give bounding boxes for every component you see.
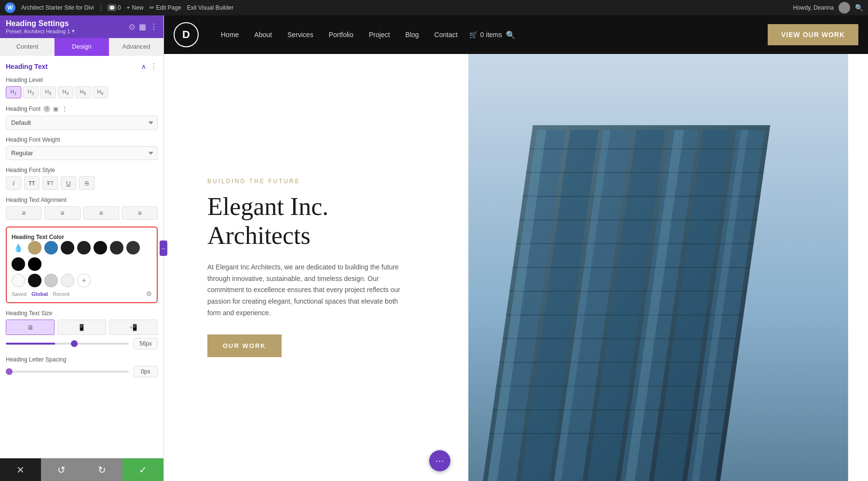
- color-swatch-dark7[interactable]: [28, 274, 41, 287]
- preset-chevron-icon: ▾: [72, 28, 75, 34]
- heading-size-value[interactable]: 56px: [134, 338, 158, 349]
- new-link[interactable]: + New: [127, 4, 144, 11]
- panel-preset[interactable]: Preset: Architect Heading 1 ▾: [6, 28, 75, 34]
- admin-bar-right: Howdy, Deanna 🔍: [793, 2, 864, 13]
- nav-link-about[interactable]: About: [246, 31, 280, 39]
- panel-title: Heading Settings: [6, 19, 75, 28]
- exit-builder-label: Exit Visual Builder: [187, 4, 234, 11]
- exit-builder-link[interactable]: Exit Visual Builder: [187, 4, 234, 11]
- edit-page-link[interactable]: ✏ Edit Page: [149, 4, 181, 11]
- color-swatch-verylight[interactable]: [61, 274, 74, 287]
- search-toggle-icon[interactable]: ⊙: [129, 22, 135, 31]
- nav-link-contact[interactable]: Contact: [427, 31, 465, 39]
- site-cta-button[interactable]: VIEW OUR WORK: [768, 24, 858, 45]
- font-style-strikethrough[interactable]: T̶T: [42, 176, 58, 190]
- wp-logo-icon[interactable]: W: [5, 2, 15, 13]
- user-avatar[interactable]: [839, 2, 850, 13]
- size-tablet-btn[interactable]: 📱: [57, 320, 106, 335]
- heading-level-h2[interactable]: H2: [23, 86, 39, 98]
- heading-letter-spacing-group: Heading Letter Spacing 0px: [6, 356, 158, 377]
- color-swatch-dark4[interactable]: [110, 241, 123, 254]
- save-button[interactable]: ✓: [122, 458, 163, 481]
- add-color-btn[interactable]: +: [77, 274, 91, 287]
- color-swatch-tan[interactable]: [28, 241, 41, 254]
- heading-font-device-icon[interactable]: ▣: [53, 106, 58, 112]
- nav-link-portfolio[interactable]: Portfolio: [321, 31, 361, 39]
- color-tab-global[interactable]: Global: [31, 291, 48, 297]
- color-swatch-dark5[interactable]: [126, 241, 140, 254]
- color-swatch-white[interactable]: [12, 274, 25, 287]
- search-icon[interactable]: 🔍: [855, 4, 863, 12]
- panel-tabs: Content Design Advanced: [0, 38, 163, 56]
- color-tab-saved[interactable]: Saved: [12, 291, 27, 297]
- size-desktop-btn[interactable]: 🖥: [6, 320, 54, 335]
- font-style-italic[interactable]: I: [6, 176, 21, 190]
- color-swatch-black[interactable]: [28, 257, 41, 271]
- heading-level-h6[interactable]: H6: [93, 86, 108, 98]
- heading-font-options-icon[interactable]: ⋮: [61, 105, 68, 113]
- heading-level-h5[interactable]: H5: [75, 86, 91, 98]
- nav-link-services[interactable]: Services: [280, 31, 321, 39]
- color-swatch-dark2[interactable]: [77, 241, 91, 254]
- section-title: Heading Text: [6, 63, 48, 70]
- undo-button[interactable]: ↺: [41, 458, 82, 481]
- site-name-link[interactable]: Architect Starter Site for Divi: [21, 4, 94, 11]
- section-options-icon[interactable]: ⋮: [150, 62, 158, 71]
- site-search-icon[interactable]: 🔍: [506, 30, 515, 40]
- heading-text-color-label: Heading Text Color: [12, 234, 64, 240]
- color-swatch-dark6[interactable]: [12, 257, 25, 271]
- font-style-tt[interactable]: TT: [24, 176, 40, 190]
- color-settings-icon[interactable]: ⚙: [146, 290, 152, 297]
- letter-spacing-slider[interactable]: [6, 371, 129, 373]
- align-justify-btn[interactable]: ≡: [122, 206, 158, 220]
- font-style-strikethrough2[interactable]: S: [79, 176, 95, 190]
- cart-icon-area[interactable]: 🛒 0 items: [469, 31, 502, 39]
- color-swatch-dark1[interactable]: [61, 241, 74, 254]
- layout-icon[interactable]: ▦: [139, 22, 146, 31]
- panel-header-icons: ⊙ ▦ ⋮: [129, 22, 158, 31]
- heading-font-help-icon[interactable]: ?: [43, 106, 50, 112]
- heading-level-h4[interactable]: H4: [58, 86, 73, 98]
- hero-title: Elegant Inc. Architects: [207, 192, 424, 250]
- heading-size-slider[interactable]: [6, 343, 129, 345]
- color-tabs-row: Saved Global Recent ⚙: [12, 290, 152, 297]
- pencil-icon: ✏: [149, 4, 154, 11]
- color-swatch-lightgray[interactable]: [44, 274, 58, 287]
- align-right-btn[interactable]: ≡: [83, 206, 119, 220]
- cancel-button[interactable]: ✕: [0, 458, 41, 481]
- preset-label: Preset: Architect Heading 1: [6, 28, 70, 34]
- color-tab-recent[interactable]: Recent: [53, 291, 69, 297]
- section-header: Heading Text ∧ ⋮: [6, 62, 158, 71]
- site-logo[interactable]: D: [174, 22, 199, 47]
- comments-link[interactable]: 💬 0: [108, 4, 121, 11]
- heading-font-weight-select[interactable]: Regular: [6, 146, 158, 160]
- tab-advanced[interactable]: Advanced: [109, 38, 163, 56]
- tab-content[interactable]: Content: [0, 38, 54, 56]
- color-swatch-dark3[interactable]: [94, 241, 107, 254]
- color-swatch-blue[interactable]: [44, 241, 58, 254]
- color-swatches-row1: 💧: [12, 241, 152, 271]
- font-style-underline[interactable]: U: [61, 176, 76, 190]
- size-slider-row: 56px: [6, 338, 158, 349]
- panel-drag-handle[interactable]: ↔: [160, 240, 167, 256]
- letter-spacing-slider-row: 0px: [6, 366, 158, 377]
- fab-button[interactable]: ⋯: [429, 450, 450, 471]
- heading-level-h1[interactable]: H1: [6, 86, 21, 98]
- heading-font-label-row: Heading Font ? ▣ ⋮: [6, 105, 158, 113]
- size-mobile-btn[interactable]: 📲: [109, 320, 158, 335]
- eyedropper-tool[interactable]: 💧: [12, 241, 25, 254]
- hero-cta-button[interactable]: OUR WORK: [207, 334, 282, 357]
- align-left-btn[interactable]: ≡: [6, 206, 41, 220]
- section-collapse-icon[interactable]: ∧: [141, 63, 146, 70]
- nav-link-blog[interactable]: Blog: [398, 31, 427, 39]
- tab-design[interactable]: Design: [54, 38, 109, 56]
- align-center-btn[interactable]: ≡: [44, 206, 80, 220]
- letter-spacing-value[interactable]: 0px: [134, 366, 158, 377]
- heading-level-h3[interactable]: H3: [41, 86, 56, 98]
- nav-link-home[interactable]: Home: [213, 31, 246, 39]
- redo-button[interactable]: ↻: [82, 458, 123, 481]
- nav-link-project[interactable]: Project: [361, 31, 398, 39]
- heading-font-select[interactable]: Default: [6, 116, 158, 130]
- heading-level-group: Heading Level H1 H2 H3 H4 H5 H6: [6, 77, 158, 98]
- more-options-icon[interactable]: ⋮: [150, 22, 158, 31]
